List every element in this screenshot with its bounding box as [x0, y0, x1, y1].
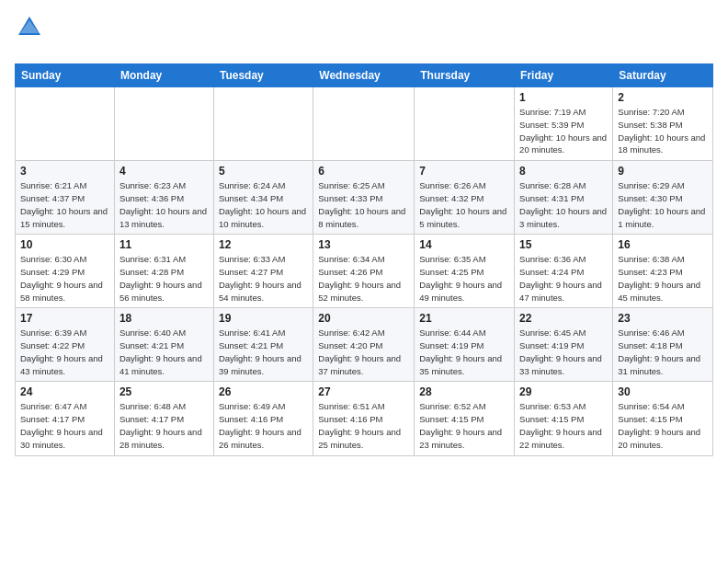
- day-info: Sunrise: 6:49 AM Sunset: 4:16 PM Dayligh…: [219, 400, 308, 451]
- day-number: 23: [618, 312, 708, 325]
- calendar-cell: 2Sunrise: 7:20 AM Sunset: 5:38 PM Daylig…: [613, 87, 713, 161]
- calendar-header-thursday: Thursday: [415, 64, 515, 87]
- day-number: 25: [119, 385, 209, 398]
- calendar-cell: 6Sunrise: 6:25 AM Sunset: 4:33 PM Daylig…: [313, 161, 415, 235]
- calendar-cell: 9Sunrise: 6:29 AM Sunset: 4:30 PM Daylig…: [613, 161, 713, 235]
- calendar-cell: 4Sunrise: 6:23 AM Sunset: 4:36 PM Daylig…: [114, 161, 213, 235]
- page: SundayMondayTuesdayWednesdayThursdayFrid…: [0, 0, 728, 464]
- day-info: Sunrise: 6:53 AM Sunset: 4:15 PM Dayligh…: [519, 400, 608, 451]
- day-number: 9: [618, 165, 708, 178]
- calendar-cell: [16, 87, 115, 161]
- calendar-cell: 25Sunrise: 6:48 AM Sunset: 4:17 PM Dayli…: [114, 382, 213, 455]
- calendar-week-4: 17Sunrise: 6:39 AM Sunset: 4:22 PM Dayli…: [16, 308, 713, 382]
- day-number: 4: [119, 165, 209, 178]
- svg-marker-1: [20, 20, 39, 33]
- calendar-cell: 21Sunrise: 6:44 AM Sunset: 4:19 PM Dayli…: [415, 308, 515, 382]
- day-number: 22: [519, 312, 608, 325]
- day-number: 19: [219, 312, 308, 325]
- day-info: Sunrise: 6:41 AM Sunset: 4:21 PM Dayligh…: [219, 327, 308, 377]
- day-info: Sunrise: 6:39 AM Sunset: 4:22 PM Dayligh…: [20, 327, 109, 377]
- calendar-cell: 8Sunrise: 6:28 AM Sunset: 4:31 PM Daylig…: [515, 161, 613, 235]
- day-info: Sunrise: 6:23 AM Sunset: 4:36 PM Dayligh…: [119, 179, 209, 230]
- day-number: 7: [419, 165, 509, 178]
- day-number: 8: [519, 165, 608, 178]
- calendar-cell: 13Sunrise: 6:34 AM Sunset: 4:26 PM Dayli…: [313, 235, 415, 308]
- day-info: Sunrise: 7:20 AM Sunset: 5:38 PM Dayligh…: [618, 106, 708, 156]
- calendar-header-saturday: Saturday: [613, 64, 713, 87]
- calendar-cell: 11Sunrise: 6:31 AM Sunset: 4:28 PM Dayli…: [114, 235, 213, 308]
- day-info: Sunrise: 6:24 AM Sunset: 4:34 PM Dayligh…: [219, 179, 308, 230]
- day-info: Sunrise: 6:46 AM Sunset: 4:18 PM Dayligh…: [618, 327, 708, 377]
- day-number: 11: [119, 238, 209, 251]
- day-info: Sunrise: 6:51 AM Sunset: 4:16 PM Dayligh…: [318, 400, 409, 451]
- calendar-cell: 12Sunrise: 6:33 AM Sunset: 4:27 PM Dayli…: [213, 235, 313, 308]
- header-row: [15, 15, 713, 58]
- calendar-cell: 20Sunrise: 6:42 AM Sunset: 4:20 PM Dayli…: [313, 308, 415, 382]
- day-number: 30: [618, 385, 708, 398]
- day-number: 26: [219, 385, 308, 398]
- calendar-week-1: 1Sunrise: 7:19 AM Sunset: 5:39 PM Daylig…: [16, 87, 713, 161]
- calendar-header-row: SundayMondayTuesdayWednesdayThursdayFrid…: [16, 64, 713, 87]
- day-number: 28: [419, 385, 509, 398]
- calendar-table: SundayMondayTuesdayWednesdayThursdayFrid…: [15, 63, 713, 455]
- calendar-cell: 18Sunrise: 6:40 AM Sunset: 4:21 PM Dayli…: [114, 308, 213, 382]
- day-info: Sunrise: 6:48 AM Sunset: 4:17 PM Dayligh…: [119, 400, 209, 451]
- day-number: 27: [318, 385, 409, 398]
- day-info: Sunrise: 6:21 AM Sunset: 4:37 PM Dayligh…: [20, 179, 109, 230]
- day-info: Sunrise: 6:30 AM Sunset: 4:29 PM Dayligh…: [20, 253, 109, 304]
- calendar-header-sunday: Sunday: [16, 64, 115, 87]
- day-number: 18: [119, 312, 209, 325]
- calendar-cell: 10Sunrise: 6:30 AM Sunset: 4:29 PM Dayli…: [16, 235, 115, 308]
- calendar-cell: 22Sunrise: 6:45 AM Sunset: 4:19 PM Dayli…: [515, 308, 613, 382]
- logo-icon: [17, 15, 42, 40]
- day-info: Sunrise: 6:38 AM Sunset: 4:23 PM Dayligh…: [618, 253, 708, 304]
- day-info: Sunrise: 6:26 AM Sunset: 4:32 PM Dayligh…: [419, 179, 509, 230]
- logo: [15, 15, 42, 58]
- calendar-week-5: 24Sunrise: 6:47 AM Sunset: 4:17 PM Dayli…: [16, 382, 713, 455]
- day-info: Sunrise: 6:45 AM Sunset: 4:19 PM Dayligh…: [519, 327, 608, 377]
- calendar-cell: 28Sunrise: 6:52 AM Sunset: 4:15 PM Dayli…: [415, 382, 515, 455]
- calendar-cell: 7Sunrise: 6:26 AM Sunset: 4:32 PM Daylig…: [415, 161, 515, 235]
- calendar-cell: [415, 87, 515, 161]
- day-info: Sunrise: 6:54 AM Sunset: 4:15 PM Dayligh…: [618, 400, 708, 451]
- calendar-cell: 26Sunrise: 6:49 AM Sunset: 4:16 PM Dayli…: [213, 382, 313, 455]
- calendar-cell: 27Sunrise: 6:51 AM Sunset: 4:16 PM Dayli…: [313, 382, 415, 455]
- day-number: 2: [618, 91, 708, 104]
- day-info: Sunrise: 6:31 AM Sunset: 4:28 PM Dayligh…: [119, 253, 209, 304]
- calendar-header-friday: Friday: [515, 64, 613, 87]
- day-number: 6: [318, 165, 409, 178]
- day-number: 21: [419, 312, 509, 325]
- calendar-cell: 17Sunrise: 6:39 AM Sunset: 4:22 PM Dayli…: [16, 308, 115, 382]
- day-info: Sunrise: 6:47 AM Sunset: 4:17 PM Dayligh…: [20, 400, 109, 451]
- calendar-week-2: 3Sunrise: 6:21 AM Sunset: 4:37 PM Daylig…: [16, 161, 713, 235]
- calendar-cell: 24Sunrise: 6:47 AM Sunset: 4:17 PM Dayli…: [16, 382, 115, 455]
- day-number: 16: [618, 238, 708, 251]
- calendar-cell: 19Sunrise: 6:41 AM Sunset: 4:21 PM Dayli…: [213, 308, 313, 382]
- day-number: 12: [219, 238, 308, 251]
- day-number: 13: [318, 238, 409, 251]
- calendar-cell: [213, 87, 313, 161]
- calendar-cell: 3Sunrise: 6:21 AM Sunset: 4:37 PM Daylig…: [16, 161, 115, 235]
- day-info: Sunrise: 6:42 AM Sunset: 4:20 PM Dayligh…: [318, 327, 409, 377]
- day-info: Sunrise: 6:28 AM Sunset: 4:31 PM Dayligh…: [519, 179, 608, 230]
- calendar-cell: 16Sunrise: 6:38 AM Sunset: 4:23 PM Dayli…: [613, 235, 713, 308]
- day-info: Sunrise: 6:34 AM Sunset: 4:26 PM Dayligh…: [318, 253, 409, 304]
- day-number: 20: [318, 312, 409, 325]
- calendar-cell: 1Sunrise: 7:19 AM Sunset: 5:39 PM Daylig…: [515, 87, 613, 161]
- calendar-cell: 15Sunrise: 6:36 AM Sunset: 4:24 PM Dayli…: [515, 235, 613, 308]
- day-number: 3: [20, 165, 109, 178]
- day-number: 17: [20, 312, 109, 325]
- day-info: Sunrise: 7:19 AM Sunset: 5:39 PM Dayligh…: [519, 106, 608, 156]
- day-info: Sunrise: 6:33 AM Sunset: 4:27 PM Dayligh…: [219, 253, 308, 304]
- calendar-header-wednesday: Wednesday: [313, 64, 415, 87]
- day-info: Sunrise: 6:25 AM Sunset: 4:33 PM Dayligh…: [318, 179, 409, 230]
- calendar-header-monday: Monday: [114, 64, 213, 87]
- day-number: 29: [519, 385, 608, 398]
- calendar-cell: 14Sunrise: 6:35 AM Sunset: 4:25 PM Dayli…: [415, 235, 515, 308]
- day-number: 14: [419, 238, 509, 251]
- calendar-cell: 23Sunrise: 6:46 AM Sunset: 4:18 PM Dayli…: [613, 308, 713, 382]
- day-info: Sunrise: 6:35 AM Sunset: 4:25 PM Dayligh…: [419, 253, 509, 304]
- calendar-cell: 5Sunrise: 6:24 AM Sunset: 4:34 PM Daylig…: [213, 161, 313, 235]
- day-number: 1: [519, 91, 608, 104]
- calendar-cell: 29Sunrise: 6:53 AM Sunset: 4:15 PM Dayli…: [515, 382, 613, 455]
